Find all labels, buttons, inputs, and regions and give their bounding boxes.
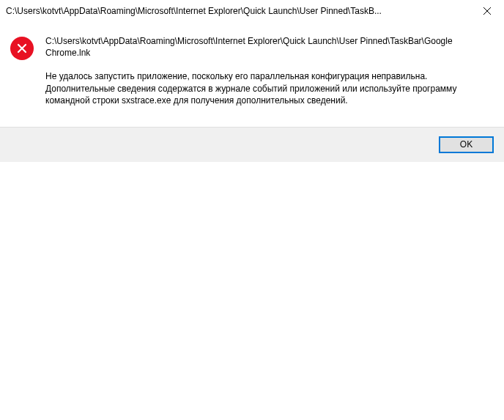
close-button[interactable]	[470, 0, 504, 22]
error-dialog: C:\Users\kotvt\AppData\Roaming\Microsoft…	[0, 0, 504, 162]
titlebar: C:\Users\kotvt\AppData\Roaming\Microsoft…	[0, 0, 504, 22]
error-message-text: Не удалось запустить приложение, посколь…	[45, 70, 483, 106]
dialog-content: C:\Users\kotvt\AppData\Roaming\Microsoft…	[0, 22, 504, 127]
file-path-text: C:\Users\kotvt\AppData\Roaming\Microsoft…	[45, 35, 483, 59]
error-icon	[10, 37, 34, 60]
icon-column	[10, 35, 45, 106]
text-column: C:\Users\kotvt\AppData\Roaming\Microsoft…	[45, 35, 483, 106]
window-title: C:\Users\kotvt\AppData\Roaming\Microsoft…	[6, 6, 470, 16]
button-row: OK	[0, 127, 504, 162]
ok-button[interactable]: OK	[439, 136, 494, 153]
close-icon	[483, 7, 491, 15]
